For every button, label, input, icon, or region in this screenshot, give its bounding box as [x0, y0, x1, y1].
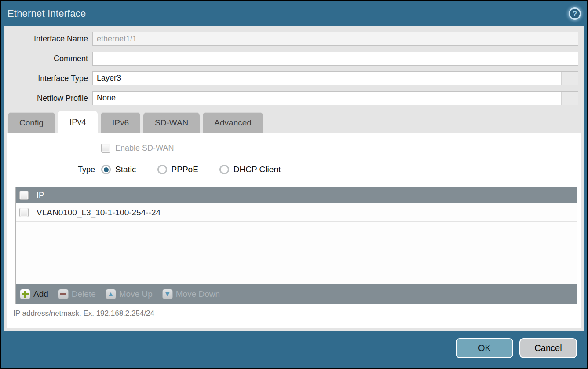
tab-config[interactable]: Config [8, 112, 55, 133]
netflow-profile-row: Netflow Profile None [4, 91, 578, 105]
type-label: Type [78, 165, 95, 174]
tab-advanced[interactable]: Advanced [203, 112, 263, 133]
table-empty-area [16, 222, 577, 284]
ip-cell-value[interactable]: VLAN0100_L3_10-1-100-254--24 [32, 208, 161, 218]
radio-static[interactable]: Static [101, 165, 136, 174]
dialog-footer: OK Cancel [1, 331, 587, 368]
tab-ipv4[interactable]: IPv4 [58, 111, 98, 133]
radio-pppoe-icon[interactable] [157, 165, 167, 174]
interface-name-label: Interface Name [4, 34, 92, 44]
delete-button[interactable]: Delete [58, 289, 96, 299]
move-down-button[interactable]: Move Down [162, 289, 220, 299]
tab-bar: Config IPv4 IPv6 SD-WAN Advanced [8, 111, 584, 133]
interface-type-dropdown-button[interactable] [561, 72, 578, 85]
type-row: Type Static PPPoE DHCP Client [7, 153, 581, 174]
radio-pppoe-label: PPPoE [172, 165, 198, 174]
tab-ipv6[interactable]: IPv6 [101, 112, 140, 133]
arrow-up-icon [106, 289, 116, 299]
netflow-profile-value: None [93, 92, 561, 105]
add-button-label: Add [33, 289, 48, 299]
move-up-button-label: Move Up [119, 289, 153, 299]
interface-type-value: Layer3 [93, 72, 561, 85]
radio-pppoe[interactable]: PPPoE [157, 165, 198, 174]
comment-row: Comment [4, 52, 578, 66]
help-icon[interactable]: ? [569, 7, 581, 20]
radio-static-icon[interactable] [101, 165, 111, 174]
arrow-down-icon [162, 289, 173, 299]
radio-dhcp-client[interactable]: DHCP Client [219, 165, 281, 174]
enable-sdwan-checkbox [101, 144, 110, 153]
select-all-checkbox[interactable] [19, 191, 29, 200]
comment-label: Comment [4, 54, 92, 63]
netflow-profile-label: Netflow Profile [4, 94, 92, 103]
radio-static-label: Static [115, 165, 136, 174]
ip-table-header: IP [16, 187, 577, 203]
table-row[interactable]: VLAN0100_L3_10-1-100-254--24 [16, 203, 577, 222]
interface-type-row: Interface Type Layer3 [4, 71, 578, 85]
ethernet-interface-dialog: Ethernet Interface ? Interface Name Comm… [1, 1, 587, 368]
delete-button-label: Delete [72, 289, 96, 299]
cancel-button[interactable]: Cancel [519, 338, 577, 358]
plus-icon [20, 289, 30, 299]
netflow-profile-dropdown-button[interactable] [561, 92, 578, 105]
ip-table: IP VLAN0100_L3_10-1-100-254--24 Add [15, 187, 577, 304]
interface-name-field [92, 32, 578, 46]
ok-button[interactable]: OK [456, 338, 513, 358]
comment-field[interactable] [92, 52, 578, 66]
add-button[interactable]: Add [20, 289, 48, 299]
enable-sdwan-label: Enable SD-WAN [115, 144, 174, 153]
tab-sdwan[interactable]: SD-WAN [143, 112, 200, 133]
radio-dhcp-client-label: DHCP Client [234, 165, 281, 174]
table-toolbar: Add Delete Move Up Move Down [16, 284, 577, 304]
row-checkbox[interactable] [19, 208, 29, 217]
move-up-button[interactable]: Move Up [106, 289, 153, 299]
dialog-body: Interface Name Comment Interface Type La… [4, 26, 584, 331]
enable-sdwan-row: Enable SD-WAN [7, 133, 581, 153]
dialog-title: Ethernet Interface [7, 8, 86, 19]
ip-column-header: IP [32, 191, 44, 200]
interface-name-row: Interface Name [4, 32, 578, 46]
ip-format-hint: IP address/netmask. Ex. 192.168.2.254/24 [13, 309, 154, 318]
move-down-button-label: Move Down [176, 289, 220, 299]
radio-dhcp-client-icon[interactable] [219, 165, 229, 174]
netflow-profile-dropdown[interactable]: None [92, 91, 578, 105]
titlebar: Ethernet Interface ? [1, 1, 587, 26]
ipv4-tab-panel: Enable SD-WAN Type Static PPPoE DHCP Cli… [7, 133, 581, 328]
interface-type-dropdown[interactable]: Layer3 [92, 71, 578, 85]
interface-type-label: Interface Type [4, 74, 92, 83]
minus-icon [58, 289, 69, 299]
